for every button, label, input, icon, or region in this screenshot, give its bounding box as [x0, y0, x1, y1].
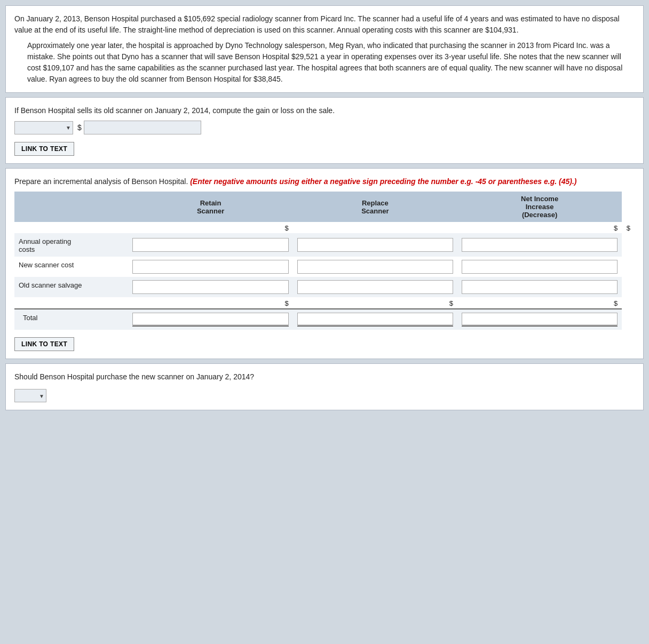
retain-dollar-total: $ — [128, 297, 292, 309]
newscanner-replace-input[interactable] — [297, 260, 453, 274]
col-replace-header: Replace Scanner — [293, 192, 457, 222]
total-net-input[interactable] — [462, 313, 618, 327]
q2-link-to-text-button[interactable]: LINK TO TEXT — [14, 337, 74, 351]
replace-dollar-total: $ — [293, 297, 457, 309]
total-dollar-row: $ $ $ — [14, 297, 635, 309]
q1-amount-input[interactable] — [84, 121, 201, 134]
q3-yes-no-select[interactable]: Yes No — [14, 389, 46, 402]
annual-net-input[interactable] — [462, 238, 618, 252]
net-dollar-annual: $ — [622, 222, 635, 233]
table-row-new-scanner: New scanner cost — [14, 257, 635, 277]
q3-question: Should Benson Hospital purchase the new … — [14, 371, 635, 383]
q2-instruction-plain: Prepare an incremental analysis of Benso… — [14, 177, 188, 186]
q1-gain-loss-select[interactable]: Gain Loss — [14, 121, 73, 134]
total-retain-input[interactable] — [132, 313, 288, 327]
q3-select-row: Yes No — [14, 389, 635, 402]
col-netincome-header: Net Income Increase (Decrease) — [457, 192, 622, 222]
q2-section: Prepare an incremental analysis of Benso… — [5, 168, 644, 359]
oldsalvage-retain-input[interactable] — [132, 280, 288, 294]
old-salvage-label: Old scanner salvage — [14, 277, 128, 297]
total-replace-input[interactable] — [297, 313, 453, 327]
total-label: Total — [14, 309, 128, 330]
intro-paragraph2: Approximately one year later, the hospit… — [27, 40, 635, 85]
table-row-old-salvage: Old scanner salvage — [14, 277, 635, 297]
col-retain-header: Retain Scanner — [128, 192, 292, 222]
net-dollar-total: $ — [457, 297, 622, 309]
q3-dropdown-wrapper: Yes No — [14, 389, 46, 402]
table-row-annual-operating: Annual operatingcosts — [14, 233, 635, 257]
q1-dollar-sign: $ — [77, 123, 82, 132]
intro-paragraph1: On January 2, 2013, Benson Hospital purc… — [14, 13, 635, 36]
q1-link-to-text-button[interactable]: LINK TO TEXT — [14, 142, 74, 156]
oldsalvage-net-input[interactable] — [462, 280, 618, 294]
q1-question: If Benson Hospital sells its old scanner… — [14, 105, 635, 116]
q2-instruction-italic: (Enter negative amounts using either a n… — [190, 177, 576, 186]
replace-dollar-annual: $ — [457, 222, 622, 233]
q1-dropdown-wrapper: Gain Loss — [14, 121, 73, 134]
oldsalvage-replace-input[interactable] — [297, 280, 453, 294]
incremental-analysis-table: Retain Scanner Replace Scanner Net Incom… — [14, 192, 635, 330]
intro-section: On January 2, 2013, Benson Hospital purc… — [5, 5, 644, 93]
q1-input-row: Gain Loss $ — [14, 121, 635, 134]
annual-dollar-row: $ $ $ — [14, 222, 635, 233]
table-row-total: Total — [14, 309, 635, 330]
col-label-header — [14, 192, 128, 222]
retain-dollar-annual: $ — [128, 222, 292, 233]
newscanner-net-input[interactable] — [462, 260, 618, 274]
annual-retain-input[interactable] — [132, 238, 288, 252]
annual-replace-input[interactable] — [297, 238, 453, 252]
table-header-row: Retain Scanner Replace Scanner Net Incom… — [14, 192, 635, 222]
q1-section: If Benson Hospital sells its old scanner… — [5, 97, 644, 164]
annual-operating-label: Annual operatingcosts — [14, 233, 128, 257]
q1-dollar-wrapper: $ — [77, 121, 201, 134]
new-scanner-label: New scanner cost — [14, 257, 128, 277]
q3-section: Should Benson Hospital purchase the new … — [5, 363, 644, 410]
newscanner-retain-input[interactable] — [132, 260, 288, 274]
q2-instruction: Prepare an incremental analysis of Benso… — [14, 176, 635, 187]
